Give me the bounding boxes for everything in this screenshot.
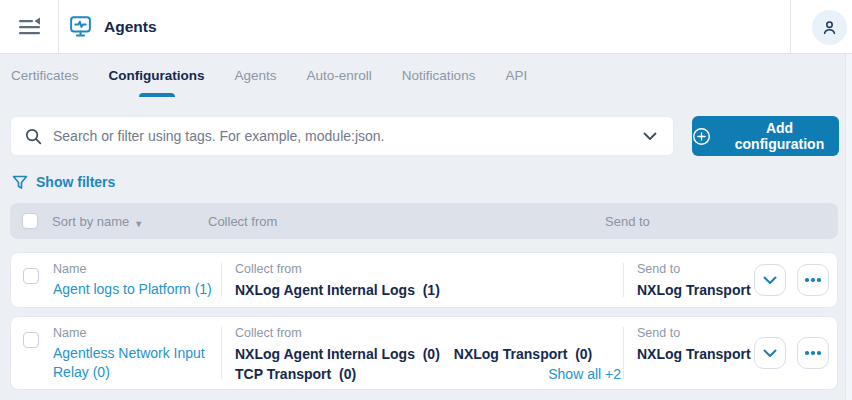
tab-auto-enroll[interactable]: Auto-enroll [307,54,372,97]
page-title: Agents [104,18,157,36]
search-dropdown-chevron[interactable] [639,128,661,145]
row-more-actions-button[interactable] [797,337,829,369]
name-cell: Name Agent logs to Platform (1) [53,262,219,299]
ellipsis-icon [805,278,821,282]
collect-from-value: NXLog Agent Internal Logs (1) [235,280,440,300]
send-to-value: NXLog Transport [637,346,751,362]
row-checkbox[interactable] [23,268,39,284]
expand-row-button[interactable] [754,337,786,369]
scrollbar-track[interactable] [845,54,852,400]
name-cell-label: Name [53,262,219,276]
collect-from-value: TCP Transport (0) [235,364,356,384]
send-to-value: NXLog Transport [637,282,751,298]
collapse-menu-icon [17,16,43,38]
add-configuration-button[interactable]: Add configuration [692,116,839,156]
table-row: Name Agent logs to Platform (1) Collect … [10,252,838,308]
user-icon [820,18,839,37]
top-bar: Agents [0,0,852,54]
collect-from-cell-label: Collect from [235,326,621,340]
collect-from-header: Collect from [208,214,277,229]
send-to-cell-label: Send to [637,326,757,340]
show-filters-button[interactable]: Show filters [12,172,115,192]
plus-circle-icon [692,127,711,146]
search-input[interactable] [53,128,639,144]
cell-divider [221,327,222,379]
show-all-link[interactable]: Show all +2 [548,366,621,382]
collect-from-cell: Collect from NXLog Agent Internal Logs (… [235,326,621,384]
show-filters-label: Show filters [36,174,115,190]
configuration-name-link[interactable]: Agentless Network Input Relay (0) [53,344,219,382]
cell-divider [221,263,222,297]
collect-from-cell: Collect from NXLog Agent Internal Logs (… [235,262,621,300]
name-cell-label: Name [53,326,219,340]
tab-configurations[interactable]: Configurations [109,54,205,97]
agents-page: Agents Certificates Configurations Agent… [0,0,852,400]
page-title-group: Agents [68,0,157,53]
tab-notifications[interactable]: Notifications [402,54,476,97]
tab-agents[interactable]: Agents [235,54,277,97]
agents-monitor-icon [68,14,93,39]
filter-funnel-icon [12,175,28,190]
collapse-sidebar-button[interactable] [12,14,48,40]
tab-api[interactable]: API [505,54,527,97]
select-all-checkbox[interactable] [22,213,38,229]
name-cell: Name Agentless Network Input Relay (0) [53,326,219,382]
collect-from-cell-label: Collect from [235,262,621,276]
search-bar [10,116,674,156]
tab-certificates[interactable]: Certificates [11,54,79,97]
topbar-divider-right [790,0,791,53]
send-to-cell: Send to NXLog Transport [637,326,757,364]
sort-by-name-header[interactable]: Sort by name ▼ [52,214,143,229]
table-row: Name Agentless Network Input Relay (0) C… [10,316,838,390]
table-header: Sort by name ▼ Collect from Send to [10,203,838,239]
user-avatar[interactable] [812,10,847,45]
collect-from-value: NXLog Transport (0) [454,344,592,364]
send-to-header: Send to [605,214,650,229]
send-to-cell-label: Send to [637,262,757,276]
tab-bar: Certificates Configurations Agents Auto-… [0,54,852,97]
collect-from-value: NXLog Agent Internal Logs (0) [235,344,440,364]
cell-divider [623,263,624,297]
chevron-down-icon [763,349,777,358]
chevron-down-icon [763,276,777,285]
cell-divider [623,327,624,379]
sort-by-name-label: Sort by name [52,214,129,229]
add-configuration-label: Add configuration [720,120,839,152]
search-icon [25,128,42,145]
ellipsis-icon [805,351,821,355]
configuration-name-link[interactable]: Agent logs to Platform (1) [53,280,212,299]
send-to-cell: Send to NXLog Transport [637,262,757,300]
topbar-divider-left [58,0,59,53]
row-checkbox[interactable] [23,332,39,348]
row-more-actions-button[interactable] [797,264,829,296]
chevron-down-icon [643,132,657,141]
expand-row-button[interactable] [754,264,786,296]
sort-direction-icon: ▼ [134,218,143,228]
